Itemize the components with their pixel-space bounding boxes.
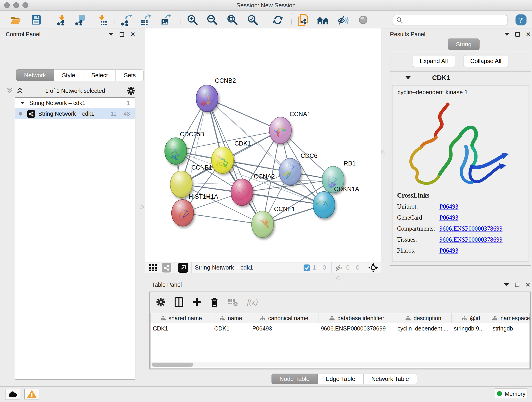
collapse-all-button[interactable]: Collapse All bbox=[463, 55, 509, 67]
import-network-icon[interactable] bbox=[56, 14, 68, 26]
fit-content-crosshair-icon[interactable] bbox=[368, 263, 378, 273]
save-session-icon[interactable] bbox=[30, 14, 42, 26]
network-row-selected[interactable]: String Network – cdk1 11 48 bbox=[15, 108, 135, 119]
refresh-layout-icon[interactable] bbox=[272, 14, 284, 26]
network-node-CDKN1A[interactable]: CDKN1A bbox=[313, 186, 359, 218]
crosslink-link[interactable]: P06493 bbox=[439, 214, 458, 221]
column-header-description[interactable]: description bbox=[395, 313, 452, 323]
gear-icon[interactable] bbox=[156, 298, 165, 307]
network-node-CCNE1[interactable]: CCNE1 bbox=[252, 206, 295, 238]
left-splitter-handle[interactable] bbox=[140, 205, 144, 209]
close-panel-icon[interactable]: ✕ bbox=[526, 32, 531, 37]
clone-network-icon[interactable] bbox=[297, 14, 309, 26]
import-network-from-database-icon[interactable] bbox=[75, 14, 87, 26]
table-row[interactable]: CDK1CDK1P064939606.ENSP00000378699cyclin… bbox=[151, 323, 530, 333]
first-neighbors-icon[interactable] bbox=[317, 14, 329, 26]
float-panel-icon[interactable] bbox=[120, 32, 124, 37]
string-badge-icon[interactable] bbox=[162, 263, 171, 273]
network-node-CCNB2[interactable]: CCNB2 bbox=[196, 77, 236, 112]
network-canvas[interactable]: CCNB2CCNA1CDC25BCDK1CDC6RB1CCNB1CCNA2CDK… bbox=[145, 28, 381, 262]
warnings-button[interactable] bbox=[24, 389, 39, 400]
cell--id[interactable]: stringdb:9... bbox=[452, 323, 490, 333]
crosslink-link[interactable]: P06493 bbox=[439, 247, 458, 254]
cdk1-section-header[interactable]: CDK1 bbox=[390, 71, 531, 84]
column-header--id[interactable]: @id bbox=[452, 313, 490, 323]
gear-icon[interactable] bbox=[127, 86, 135, 95]
network-node-CCNB1[interactable]: CCNB1 bbox=[170, 164, 212, 198]
tab-select[interactable]: Select bbox=[83, 70, 116, 81]
add-column-icon[interactable] bbox=[192, 298, 201, 306]
column-header-canonical-name[interactable]: canonical name bbox=[250, 313, 318, 323]
tab-style[interactable]: Style bbox=[54, 70, 83, 81]
search-box[interactable] bbox=[393, 15, 507, 26]
column-header-database-identifier[interactable]: database identifier bbox=[318, 313, 395, 323]
collapse-panel-icon[interactable] bbox=[109, 33, 114, 36]
hide-selected-icon[interactable] bbox=[337, 14, 349, 26]
crosslink-link[interactable]: 9606.ENSP00000378699 bbox=[439, 225, 502, 232]
export-table-icon[interactable] bbox=[139, 14, 152, 26]
memory-button[interactable]: Memory bbox=[495, 389, 527, 399]
tab-node-table[interactable]: Node Table bbox=[272, 374, 317, 384]
collapse-panel-icon[interactable] bbox=[504, 33, 509, 36]
network-node-CDK1[interactable]: CDK1 bbox=[211, 140, 251, 173]
collapse-panel-icon[interactable] bbox=[504, 283, 509, 286]
export-network-icon[interactable] bbox=[120, 14, 132, 26]
delete-column-icon[interactable] bbox=[210, 297, 219, 307]
toolbar-separator bbox=[266, 13, 266, 26]
selected-checkbox-icon[interactable] bbox=[303, 264, 310, 271]
scrollbar-thumb[interactable] bbox=[152, 363, 193, 367]
tab-network[interactable]: Network bbox=[16, 70, 54, 81]
crosslink-link[interactable]: 9606.ENSP00000378699 bbox=[439, 236, 502, 243]
export-image-icon[interactable] bbox=[160, 14, 172, 26]
zoom-out-icon[interactable] bbox=[206, 14, 218, 26]
float-panel-icon[interactable] bbox=[515, 283, 519, 287]
expand-all-icon[interactable] bbox=[16, 87, 24, 94]
column-header-name[interactable]: name bbox=[212, 313, 250, 323]
network-node-CCNA1[interactable]: CCNA1 bbox=[269, 111, 311, 144]
section-collapse-icon[interactable] bbox=[405, 76, 411, 79]
cloud-button[interactable] bbox=[5, 389, 20, 400]
tab-string[interactable]: String bbox=[448, 38, 480, 50]
crosslink-link[interactable]: P06493 bbox=[439, 203, 458, 210]
tab-edge-table[interactable]: Edge Table bbox=[317, 374, 363, 384]
help-icon[interactable]: ? bbox=[515, 14, 527, 26]
collection-expand-icon[interactable] bbox=[21, 102, 25, 104]
import-table-icon[interactable] bbox=[96, 14, 108, 26]
network-node-CDC6[interactable]: CDC6 bbox=[279, 153, 317, 185]
column-header-shared-name[interactable]: shared name bbox=[151, 313, 212, 323]
bottom-splitter-handle[interactable] bbox=[336, 276, 340, 280]
grid-view-icon[interactable] bbox=[149, 264, 157, 272]
search-input[interactable] bbox=[405, 17, 507, 24]
zoom-fit-icon[interactable] bbox=[226, 14, 238, 26]
close-panel-icon[interactable]: ✕ bbox=[525, 283, 531, 287]
node-table[interactable]: shared namenamecanonical namedatabase id… bbox=[150, 313, 530, 369]
birds-eye-view-icon[interactable] bbox=[178, 263, 188, 273]
select-columns-icon[interactable] bbox=[175, 297, 183, 307]
expand-all-button[interactable]: Expand All bbox=[413, 55, 455, 67]
hidden-eye-icon[interactable] bbox=[335, 264, 344, 271]
zoom-in-icon[interactable] bbox=[186, 14, 198, 26]
network-node-CCNA2[interactable]: CCNA2 bbox=[231, 173, 275, 206]
cell-database-identifier[interactable]: 9606.ENSP00000378699 bbox=[318, 323, 395, 333]
network-collection-row[interactable]: String Network – cdk1 1 bbox=[15, 98, 135, 108]
network-node-HIST1H1A[interactable]: HIST1H1A bbox=[172, 193, 218, 226]
zoom-selected-icon[interactable] bbox=[247, 14, 259, 26]
show-all-icon[interactable] bbox=[357, 14, 369, 26]
function-builder-icon: f(x) bbox=[247, 298, 258, 306]
column-header-namespace[interactable]: namespace bbox=[490, 313, 530, 323]
cell-namespace[interactable]: stringdb bbox=[490, 323, 530, 333]
collapse-all-icon[interactable] bbox=[6, 87, 13, 94]
table-horizontal-scrollbar[interactable] bbox=[151, 362, 530, 367]
node-label-CDC25B: CDC25B bbox=[180, 131, 204, 138]
right-splitter-handle[interactable] bbox=[381, 150, 385, 154]
open-session-icon[interactable] bbox=[10, 14, 22, 26]
close-panel-icon[interactable]: ✕ bbox=[130, 32, 135, 37]
cell-description[interactable]: cyclin–dependent ... bbox=[395, 323, 452, 333]
tab-sets[interactable]: Sets bbox=[116, 70, 144, 81]
cell-canonical-name[interactable]: P06493 bbox=[250, 323, 318, 333]
float-panel-icon[interactable] bbox=[515, 32, 520, 37]
tab-network-table[interactable]: Network Table bbox=[363, 374, 417, 384]
cell-name[interactable]: CDK1 bbox=[212, 323, 250, 333]
cell-shared-name[interactable]: CDK1 bbox=[151, 323, 212, 333]
search-icon bbox=[396, 17, 403, 24]
